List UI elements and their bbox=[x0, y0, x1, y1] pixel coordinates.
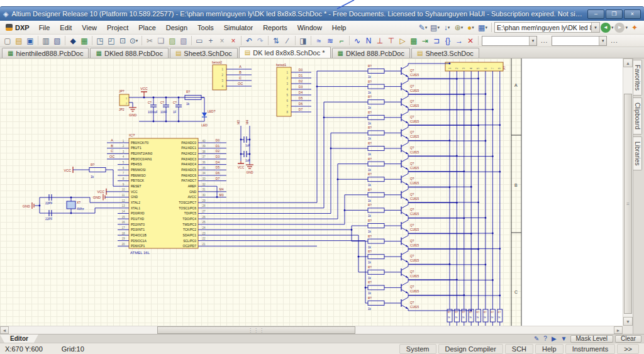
deselect-icon[interactable]: × bbox=[216, 35, 228, 47]
dropdown-arrow-icon[interactable]: ▾ bbox=[461, 25, 464, 30]
reset-circuit[interactable]: VCCR?1k bbox=[64, 163, 118, 186]
schematic-canvas[interactable]: ABC12345678P?R?1kR?1kR?1kR?1kR?1kR?1kR?1… bbox=[0, 58, 623, 326]
driver-stage[interactable]: R?1kQ?C1815 bbox=[368, 233, 501, 250]
place-harness-icon[interactable]: ⌐ bbox=[336, 35, 347, 47]
save-document-icon[interactable]: ▣ bbox=[25, 35, 36, 47]
paste-icon[interactable]: ▨ bbox=[167, 35, 178, 47]
vertical-scrollbar[interactable]: ▲ ≡ ▼ bbox=[623, 58, 633, 326]
paste-recall-icon[interactable]: ▧ bbox=[178, 35, 189, 47]
zoom-window-icon[interactable]: ◳ bbox=[94, 35, 106, 47]
dxp-menu[interactable]: DXP bbox=[1, 23, 34, 33]
place-bezier-icon[interactable]: ∿ bbox=[352, 35, 363, 47]
scroll-up-arrow[interactable]: ▲ bbox=[623, 58, 633, 67]
document-tab[interactable]: ▦hienthiled888.PcbDoc bbox=[2, 48, 89, 58]
clear-filter-icon[interactable]: × bbox=[228, 35, 239, 47]
combo-dropdown-icon[interactable]: ▾ bbox=[599, 36, 606, 45]
driver-stage[interactable]: R?1kQ?C1815 bbox=[368, 202, 486, 219]
dropdown-arrow-icon[interactable]: ▾ bbox=[485, 25, 487, 30]
place-gnd-icon[interactable]: ⊥ bbox=[374, 35, 386, 47]
mask-level-button[interactable]: Mask Level bbox=[570, 335, 614, 343]
zoom-selection-icon[interactable]: ⊙▾ bbox=[128, 35, 140, 47]
scroll-down-arrow[interactable]: ▼ bbox=[623, 317, 633, 326]
status-button-design-compiler[interactable]: Design Compiler bbox=[438, 344, 503, 354]
driver-stage[interactable]: R?1kQ?C1815 bbox=[368, 109, 501, 126]
undo-icon[interactable]: ↶ bbox=[243, 35, 255, 47]
main-ic[interactable]: IC?ATMEL 16L1PB0/XCK/T02PB1/T13PB2/INT2/… bbox=[118, 133, 209, 255]
place-offsheet-icon[interactable]: {} bbox=[442, 35, 453, 47]
toolbar-combo[interactable]: ▾ bbox=[482, 36, 537, 46]
place-netlabel-icon[interactable]: N bbox=[363, 35, 374, 47]
place-bus-icon[interactable]: ≋ bbox=[325, 35, 336, 47]
menu-simulator[interactable]: Simulator bbox=[219, 23, 258, 33]
status-button-system[interactable]: System bbox=[399, 344, 436, 354]
menu-reports[interactable]: Reports bbox=[258, 23, 292, 33]
minimize-button[interactable]: – bbox=[587, 9, 604, 19]
cut-icon[interactable]: ✂ bbox=[144, 35, 155, 47]
top-connector[interactable]: 12345678P? bbox=[445, 62, 506, 71]
driver-stage[interactable]: R?1kQ?C1815 bbox=[368, 171, 501, 188]
board-view-icon[interactable]: ▦ bbox=[79, 35, 90, 47]
driver-stage[interactable]: R?1kQ?C1815 bbox=[368, 124, 479, 141]
wiring-tools-icon[interactable]: ✎▾ bbox=[418, 22, 429, 33]
connector-betsoi1[interactable]: betsoi11D02D13D24D35D46D57D68D7 bbox=[276, 63, 311, 116]
device-view-icon[interactable]: ◆ bbox=[67, 35, 79, 47]
menu-window[interactable]: Window bbox=[292, 23, 327, 33]
dropdown-arrow-icon[interactable]: ▾ bbox=[625, 25, 628, 30]
annotate-pencil-icon[interactable]: ✎ bbox=[533, 335, 540, 342]
dropdown-arrow-icon[interactable]: ▾ bbox=[425, 25, 428, 30]
driver-stage[interactable]: R?1kQ?C1815 bbox=[368, 279, 494, 296]
toolbar-combo[interactable]: ▾ bbox=[552, 36, 607, 46]
bottom-resistors[interactable]: R?1kR?1kR?1kR?1kR?1kR?1kR?1kR?1k bbox=[447, 309, 502, 326]
menu-file[interactable]: File bbox=[34, 23, 55, 33]
clear-button[interactable]: Clear bbox=[615, 335, 641, 343]
horizontal-scrollbar[interactable]: ◄ ⋮⋮⋮ ► bbox=[0, 326, 623, 334]
more-button[interactable]: ... bbox=[608, 37, 620, 44]
filter-run-icon[interactable]: ▶ bbox=[550, 335, 558, 342]
menu-tools[interactable]: Tools bbox=[192, 23, 219, 33]
scroll-left-arrow[interactable]: ◄ bbox=[0, 326, 9, 334]
back-button[interactable]: ◄ bbox=[601, 23, 611, 33]
connector-betsoi2[interactable]: betsoi21A2B3C4OC bbox=[212, 60, 252, 90]
dropdown-arrow-icon[interactable]: ▾ bbox=[437, 25, 440, 30]
decoupling-caps[interactable]: M3M41uF1uFVCCGND bbox=[236, 120, 253, 174]
print-icon[interactable]: ▥ bbox=[40, 35, 52, 47]
dropdown-arrow-icon[interactable]: ▾ bbox=[472, 25, 474, 30]
driver-stage[interactable]: R?1kQ?C1815 bbox=[368, 186, 479, 203]
editor-tab[interactable]: Editor bbox=[0, 335, 38, 343]
place-vcc-icon[interactable]: ⊤ bbox=[386, 35, 397, 47]
driver-stage[interactable]: R?1kQ?C1815 bbox=[368, 295, 501, 312]
forward-button[interactable]: ► bbox=[614, 23, 625, 33]
document-path-combo[interactable]: E:\phan mem\nguyen ly\DK led 8x▾ bbox=[494, 22, 600, 33]
dropdown-arrow-icon[interactable]: ▾ bbox=[611, 25, 614, 30]
browse-library-icon[interactable]: ◨ bbox=[297, 35, 309, 47]
document-tab[interactable]: ▦DKled 888.PcbDoc bbox=[332, 48, 410, 58]
driver-stage[interactable]: R?1kQ?C1815 bbox=[368, 155, 494, 172]
schematic-drawing[interactable]: ABC12345678P?R?1kR?1kR?1kR?1kR?1kR?1kR?1… bbox=[5, 58, 623, 326]
grid-tools-icon[interactable]: ▦▾ bbox=[477, 22, 489, 33]
driver-stage[interactable]: R?1kQ?C1815 bbox=[368, 218, 494, 235]
vertical-scroll-thumb[interactable]: ≡ bbox=[624, 94, 632, 314]
driver-stage[interactable]: R?1kQ?C1815 bbox=[368, 78, 486, 95]
filter-help-icon[interactable]: ? bbox=[542, 335, 548, 342]
menu-place[interactable]: Place bbox=[133, 23, 161, 33]
driver-stage[interactable]: R?1kQ?C1815 bbox=[368, 263, 486, 280]
document-tab[interactable]: ▤Sheet3.SchDoc bbox=[411, 48, 479, 58]
status-button--[interactable]: >> bbox=[617, 344, 639, 354]
harness-tools-icon[interactable]: ▤▾ bbox=[430, 22, 441, 33]
scroll-right-arrow[interactable]: ► bbox=[614, 326, 623, 334]
horizontal-scroll-thumb[interactable]: ⋮⋮⋮ bbox=[157, 326, 355, 334]
place-wire-icon[interactable]: ≈ bbox=[313, 35, 325, 47]
zoom-document-icon[interactable]: ◰ bbox=[106, 35, 117, 47]
place-part-icon[interactable]: ▷ bbox=[397, 35, 408, 47]
document-tab[interactable]: ▦DKled 888.PcbDoc bbox=[90, 48, 168, 58]
menu-edit[interactable]: Edit bbox=[55, 23, 77, 33]
document-tab[interactable]: ▤Sheet3.SchDoc bbox=[170, 48, 238, 58]
filter-drop-icon[interactable]: ▼ bbox=[560, 335, 569, 342]
draw-line-icon[interactable]: ∕ bbox=[282, 35, 293, 47]
select-area-icon[interactable]: ▭ bbox=[194, 35, 205, 47]
place-sheet-symbol-icon[interactable]: ▩ bbox=[408, 35, 419, 47]
status-button-help[interactable]: Help bbox=[535, 344, 564, 354]
status-button-instruments[interactable]: Instruments bbox=[565, 344, 615, 354]
combo-dropdown-icon[interactable]: ▾ bbox=[529, 36, 536, 45]
pin-tools-icon[interactable]: ⊕▾ bbox=[453, 22, 465, 33]
